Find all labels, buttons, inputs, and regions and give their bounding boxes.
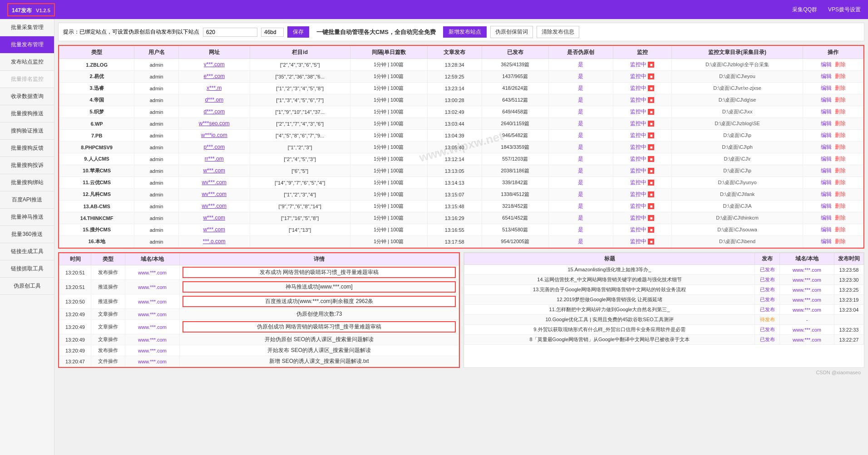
monitor-stop-button[interactable]: ■ — [648, 203, 654, 209]
cell-url[interactable]: v***.com — [178, 59, 250, 71]
edit-link[interactable]: 编辑 — [821, 203, 832, 209]
new-site-button[interactable]: 新增发布站点 — [443, 26, 487, 38]
monitor-stop-button[interactable]: ■ — [648, 144, 654, 150]
monitor-stop-button[interactable]: ■ — [648, 109, 654, 115]
edit-link[interactable]: 编辑 — [821, 191, 832, 197]
edit-link[interactable]: 编辑 — [821, 85, 832, 91]
monitor-stop-button[interactable]: ■ — [648, 85, 654, 91]
monitor-stop-button[interactable]: ■ — [648, 168, 654, 174]
delete-link[interactable]: 删除 — [835, 167, 846, 174]
cell-fake[interactable]: 是 — [548, 189, 613, 201]
cell-monitor[interactable]: 监控中 ■ — [613, 153, 671, 165]
cell-monitor[interactable]: 监控中 ■ — [613, 118, 671, 130]
delete-link[interactable]: 删除 — [835, 144, 846, 150]
cell-monitor[interactable]: 监控中 ■ — [613, 130, 671, 142]
cell-url[interactable]: d***.com — [178, 106, 250, 118]
delete-link[interactable]: 删除 — [835, 226, 846, 233]
cell-url[interactable]: wv***.com — [178, 177, 250, 189]
cell-fake[interactable]: 是 — [548, 106, 613, 118]
edit-link[interactable]: 编辑 — [821, 61, 832, 68]
monitor-stop-button[interactable]: ■ — [648, 191, 654, 197]
cell-fake[interactable]: 是 — [548, 130, 613, 142]
cell-monitor[interactable]: 监控中 ■ — [613, 224, 671, 236]
sidebar-item-link-gen[interactable]: 链接生成工具 — [0, 243, 54, 260]
cell-monitor[interactable]: 监控中 ■ — [613, 142, 671, 153]
delete-link[interactable]: 删除 — [835, 191, 846, 197]
qq-group-link[interactable]: 采集QQ群 — [792, 6, 817, 14]
monitor-stop-button[interactable]: ■ — [648, 73, 654, 79]
cell-monitor[interactable]: 监控中 ■ — [613, 189, 671, 201]
sidebar-item-fake-original[interactable]: 伪原创工具 — [0, 278, 54, 295]
cell-fake[interactable]: 是 — [548, 71, 613, 83]
edit-link[interactable]: 编辑 — [821, 132, 832, 138]
cell-url[interactable]: w***.com — [178, 212, 250, 224]
edit-link[interactable]: 编辑 — [821, 226, 832, 233]
cell-url[interactable]: d***.om — [178, 94, 250, 106]
cell-monitor[interactable]: 监控中 ■ — [613, 83, 671, 94]
cell-url[interactable]: ***.o.com — [178, 236, 250, 248]
cell-fake[interactable]: 是 — [548, 59, 613, 71]
cell-url[interactable]: w***seo.com — [178, 118, 250, 130]
sidebar-item-link-grab[interactable]: 链接抓取工具 — [0, 260, 54, 278]
delete-link[interactable]: 删除 — [835, 85, 846, 91]
cell-fake[interactable]: 是 — [548, 165, 613, 177]
cell-monitor[interactable]: 监控中 ■ — [613, 165, 671, 177]
cell-url[interactable]: wv***.com — [178, 201, 250, 212]
edit-link[interactable]: 编辑 — [821, 179, 832, 186]
sidebar-item-sogou-feedback[interactable]: 批量搜狗反馈 — [0, 140, 54, 157]
token-input[interactable] — [203, 28, 257, 37]
delete-link[interactable]: 删除 — [835, 179, 846, 186]
cell-fake[interactable]: 是 — [548, 177, 613, 189]
token-input2[interactable] — [261, 28, 284, 37]
monitor-stop-button[interactable]: ■ — [648, 227, 654, 233]
delete-link[interactable]: 删除 — [835, 238, 846, 245]
delete-link[interactable]: 删除 — [835, 132, 846, 138]
sidebar-item-360-push[interactable]: 批量360推送 — [0, 226, 54, 243]
clear-info-button[interactable]: 清除发布信息 — [537, 26, 579, 38]
cell-fake[interactable]: 是 — [548, 224, 613, 236]
sidebar-item-publish-monitor[interactable]: 发布站点监控 — [0, 54, 54, 71]
delete-link[interactable]: 删除 — [835, 120, 846, 127]
cell-url[interactable]: p***.com — [178, 142, 250, 153]
cell-monitor[interactable]: 监控中 ■ — [613, 94, 671, 106]
cell-fake[interactable]: 是 — [548, 236, 613, 248]
cell-url[interactable]: w***.com — [178, 165, 250, 177]
delete-link[interactable]: 删除 — [835, 108, 846, 115]
cell-url[interactable]: e***.com — [178, 71, 250, 83]
delete-link[interactable]: 删除 — [835, 215, 846, 221]
sidebar-item-baidu-api[interactable]: 百度API推送 — [0, 191, 54, 209]
edit-link[interactable]: 编辑 — [821, 238, 832, 245]
cell-url[interactable]: w***.com — [178, 224, 250, 236]
cell-url[interactable]: wv***.com — [178, 189, 250, 201]
edit-link[interactable]: 编辑 — [821, 97, 832, 103]
monitor-stop-button[interactable]: ■ — [648, 121, 654, 127]
delete-link[interactable]: 删除 — [835, 203, 846, 209]
cell-fake[interactable]: 是 — [548, 83, 613, 94]
sidebar-item-sogou-verify[interactable]: 搜狗验证推送 — [0, 122, 54, 140]
vps-dial-link[interactable]: VPS拨号设置 — [828, 6, 861, 14]
edit-link[interactable]: 编辑 — [821, 73, 832, 79]
edit-link[interactable]: 编辑 — [821, 215, 832, 221]
monitor-stop-button[interactable]: ■ — [648, 180, 654, 186]
monitor-stop-button[interactable]: ■ — [648, 132, 654, 138]
sidebar-item-sogou-push[interactable]: 批量搜狗推送 — [0, 105, 54, 122]
cell-monitor[interactable]: 监控中 ■ — [613, 212, 671, 224]
sidebar-item-sogou-bind[interactable]: 批量搜狗绑站 — [0, 174, 54, 191]
sidebar-item-shenma-push[interactable]: 批量神马推送 — [0, 209, 54, 226]
sidebar-item-sogou-complaint[interactable]: 批量搜狗投诉 — [0, 157, 54, 174]
cell-monitor[interactable]: 监控中 ■ — [613, 201, 671, 212]
delete-link[interactable]: 删除 — [835, 156, 846, 162]
sidebar-item-bulk-publish[interactable]: 批量发布管理 — [0, 36, 54, 54]
monitor-stop-button[interactable]: ■ — [648, 215, 654, 221]
edit-link[interactable]: 编辑 — [821, 120, 832, 127]
cell-monitor[interactable]: 监控中 ■ — [613, 177, 671, 189]
cell-url[interactable]: x***.m — [178, 83, 250, 94]
delete-link[interactable]: 删除 — [835, 97, 846, 103]
fake-save-button[interactable]: 伪原创保留词 — [490, 26, 533, 38]
cell-fake[interactable]: 是 — [548, 201, 613, 212]
cell-url[interactable]: w***io.com — [178, 130, 250, 142]
cell-fake[interactable]: 是 — [548, 94, 613, 106]
cell-monitor[interactable]: 监控中 ■ — [613, 71, 671, 83]
monitor-stop-button[interactable]: ■ — [648, 156, 654, 162]
delete-link[interactable]: 删除 — [835, 73, 846, 79]
